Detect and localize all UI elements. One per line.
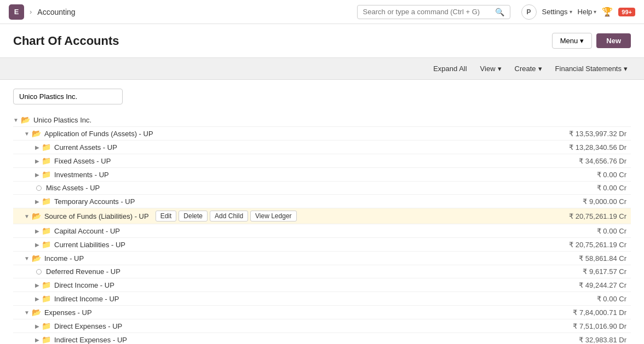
search-input[interactable] xyxy=(363,8,492,16)
view_ledger-button[interactable]: View Ledger xyxy=(250,211,297,221)
tree-row[interactable]: ▶📁Capital Account - UP₹ 0.00 Cr xyxy=(13,224,631,238)
financial-statements-button[interactable]: Financial Statements ▾ xyxy=(552,62,631,75)
collapse-arrow-icon[interactable]: ▼ xyxy=(24,131,30,137)
folder-closed-icon: 📁 xyxy=(42,197,51,206)
tree-row[interactable]: ▶📁Temporary Accounts - UP₹ 9,000.00 Cr xyxy=(13,195,631,208)
row-label: Capital Account - UP xyxy=(54,227,120,235)
folder-open-icon: 📂 xyxy=(32,212,41,220)
collapse-arrow-icon[interactable]: ▶ xyxy=(35,296,39,302)
tree-row[interactable]: ▶📁Fixed Assets - UP₹ 34,656.76 Dr xyxy=(13,154,631,168)
toolbar: Expand All View ▾ Create ▾ Financial Sta… xyxy=(0,58,644,80)
circle-icon xyxy=(36,269,42,275)
collapse-arrow-icon[interactable]: ▶ xyxy=(35,158,39,164)
financial-statements-dropdown-arrow: ▾ xyxy=(624,65,628,73)
view-dropdown-arrow: ▾ xyxy=(498,65,502,73)
collapse-arrow-icon[interactable]: ▶ xyxy=(35,282,39,288)
settings-button[interactable]: Settings ▾ xyxy=(542,8,572,16)
collapse-arrow-icon[interactable]: ▼ xyxy=(24,213,30,219)
inline-actions: EditDeleteAdd ChildView Ledger xyxy=(156,211,297,221)
notification-badge[interactable]: 99+ xyxy=(618,8,635,16)
tree-cell-amount: ₹ 7,84,000.71 Dr xyxy=(573,308,631,317)
collapse-arrow-icon[interactable]: ▼ xyxy=(13,117,19,123)
tree-cell-name: ▶📁Direct Expenses - UP xyxy=(13,322,573,330)
collapse-arrow-icon[interactable]: ▶ xyxy=(35,172,39,178)
collapse-arrow-icon[interactable]: ▶ xyxy=(35,242,39,248)
edit-button[interactable]: Edit xyxy=(156,211,177,221)
menu-dropdown-arrow: ▾ xyxy=(580,37,584,45)
tree-cell-name: ▶📁Indirect Expenses - UP xyxy=(13,335,579,344)
delete-button[interactable]: Delete xyxy=(179,211,208,221)
tree-cell-name: ▼📂Income - UP xyxy=(13,254,579,263)
collapse-arrow-icon[interactable]: ▶ xyxy=(35,323,39,329)
tree-cell-amount: ₹ 9,617.57 Cr xyxy=(583,267,631,276)
tree-cell-name: Deferred Revenue - UP xyxy=(13,267,583,276)
new-button[interactable]: New xyxy=(596,33,631,48)
tree-row[interactable]: ▼📂Application of Funds (Assets) - UP₹ 13… xyxy=(13,127,631,141)
folder-closed-icon: 📁 xyxy=(42,143,51,151)
collapse-arrow-icon[interactable]: ▶ xyxy=(35,228,39,234)
tree-cell-amount: ₹ 13,53,997.32 Dr xyxy=(569,130,631,138)
row-label: Indirect Expenses - UP xyxy=(54,336,127,344)
company-filter xyxy=(13,89,631,104)
tree-row[interactable]: ▶📁Indirect Expenses - UP₹ 32,983.81 Dr xyxy=(13,333,631,344)
folder-open-icon: 📂 xyxy=(32,308,41,317)
collapse-arrow-icon[interactable]: ▶ xyxy=(35,337,39,343)
help-button[interactable]: Help ▾ xyxy=(578,8,597,16)
tree-cell-name: ▼📂Unico Plastics Inc. xyxy=(13,115,626,124)
app-icon[interactable]: E xyxy=(9,4,24,20)
tree-cell-name: ▼📂Application of Funds (Assets) - UP xyxy=(13,129,569,138)
folder-open-icon: 📂 xyxy=(21,115,30,124)
collapse-arrow-icon[interactable]: ▼ xyxy=(24,255,30,261)
row-label: Current Assets - UP xyxy=(54,143,117,151)
tree-cell-name: ▼📂Source of Funds (Liabilities) - UPEdit… xyxy=(13,211,569,221)
company-input[interactable] xyxy=(13,89,123,104)
folder-open-icon: 📂 xyxy=(32,129,41,138)
tree-row[interactable]: Deferred Revenue - UP₹ 9,617.57 Cr xyxy=(13,265,631,278)
create-dropdown-arrow: ▾ xyxy=(538,65,542,73)
add_child-button[interactable]: Add Child xyxy=(210,211,248,221)
tree-cell-name: ▼📂Expenses - UP xyxy=(13,308,573,317)
tree-row[interactable]: ▶📁Direct Income - UP₹ 49,244.27 Cr xyxy=(13,278,631,292)
tree-cell-name: ▶📁Current Liabilities - UP xyxy=(13,240,569,249)
tree-cell-amount: ₹ 20,75,261.19 Cr xyxy=(569,241,631,249)
nav-chevron-icon: › xyxy=(30,8,32,16)
tree-cell-amount: ₹ 13,28,340.56 Dr xyxy=(569,143,631,151)
tree-row[interactable]: ▼📂Expenses - UP₹ 7,84,000.71 Dr xyxy=(13,306,631,319)
tree-row[interactable]: ▶📁Indirect Income - UP₹ 0.00 Cr xyxy=(13,292,631,306)
row-label: Direct Expenses - UP xyxy=(54,322,122,330)
collapse-arrow-icon[interactable]: ▼ xyxy=(24,310,30,316)
tree-row[interactable]: Misc Assets - UP₹ 0.00 Cr xyxy=(13,182,631,195)
tree-row[interactable]: ▼📂Source of Funds (Liabilities) - UPEdit… xyxy=(13,208,631,224)
folder-open-icon: 📂 xyxy=(32,254,41,263)
tree-row[interactable]: ▶📁Direct Expenses - UP₹ 7,51,016.90 Dr xyxy=(13,319,631,333)
help-dropdown-arrow: ▾ xyxy=(594,9,596,15)
folder-closed-icon: 📁 xyxy=(42,156,51,165)
tree-cell-amount: ₹ 0.00 Cr xyxy=(597,184,631,192)
create-button[interactable]: Create ▾ xyxy=(511,62,545,75)
collapse-arrow-icon[interactable]: ▶ xyxy=(35,144,39,150)
nav-right: P Settings ▾ Help ▾ 🏆 99+ xyxy=(521,4,635,20)
folder-closed-icon: 📁 xyxy=(42,322,51,330)
view-button[interactable]: View ▾ xyxy=(477,62,505,75)
row-label: Direct Income - UP xyxy=(54,281,114,289)
tree-cell-name: ▶📁Direct Income - UP xyxy=(13,281,579,289)
search-bar[interactable]: 🔍 xyxy=(357,5,510,19)
main-content: ▼📂Unico Plastics Inc.▼📂Application of Fu… xyxy=(0,80,644,344)
row-label: Misc Assets - UP xyxy=(46,184,100,192)
folder-closed-icon: 📁 xyxy=(42,226,51,235)
expand-all-button[interactable]: Expand All xyxy=(430,62,470,75)
menu-button[interactable]: Menu ▾ xyxy=(552,33,593,49)
tree-row[interactable]: ▶📁Current Liabilities - UP₹ 20,75,261.19… xyxy=(13,238,631,252)
folder-closed-icon: 📁 xyxy=(42,281,51,289)
tree-cell-amount: ₹ 9,000.00 Cr xyxy=(583,197,631,206)
tree-row[interactable]: ▶📁Current Assets - UP₹ 13,28,340.56 Dr xyxy=(13,141,631,154)
tree-row[interactable]: ▼📂Income - UP₹ 58,861.84 Cr xyxy=(13,252,631,265)
tree-row[interactable]: ▶📁Investments - UP₹ 0.00 Cr xyxy=(13,168,631,182)
page-header: Chart Of Accounts Menu ▾ New xyxy=(0,24,644,58)
tree-row[interactable]: ▼📂Unico Plastics Inc. xyxy=(13,113,631,127)
nav-app-name: Accounting xyxy=(37,8,75,16)
folder-closed-icon: 📁 xyxy=(42,335,51,344)
tree-cell-amount: ₹ 20,75,261.19 Cr xyxy=(569,212,631,220)
collapse-arrow-icon[interactable]: ▶ xyxy=(35,199,39,205)
circle-icon xyxy=(36,185,42,191)
